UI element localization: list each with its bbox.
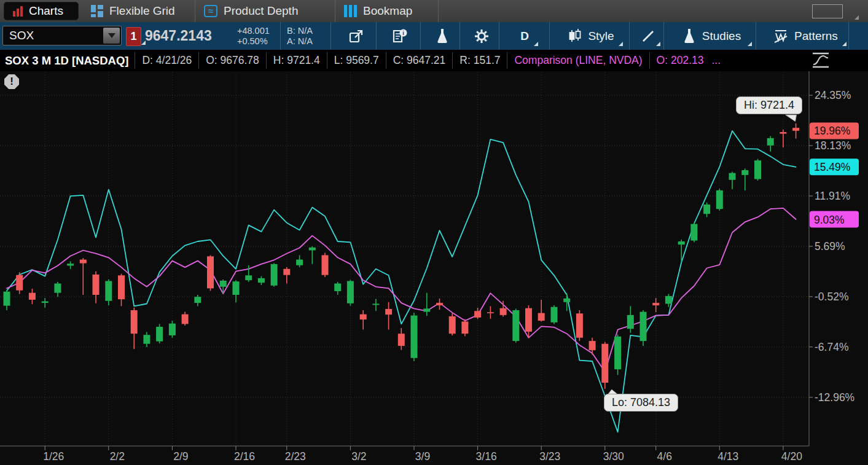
hi-annotation-bubble: Hi: 9721.4 xyxy=(736,96,802,114)
comparison-label[interactable]: Comparison (LINE, NVDA) xyxy=(507,52,649,69)
candle[interactable] xyxy=(792,128,799,131)
candle[interactable] xyxy=(601,344,608,383)
candle[interactable] xyxy=(487,312,494,313)
candle[interactable] xyxy=(29,293,36,300)
candle[interactable] xyxy=(220,281,227,287)
quick-study-button[interactable] xyxy=(429,22,456,50)
patterns-button[interactable]: Patterns xyxy=(762,22,849,50)
candle[interactable] xyxy=(589,341,596,350)
gear-icon xyxy=(474,28,490,44)
candle[interactable] xyxy=(54,284,61,293)
candle[interactable] xyxy=(360,315,367,320)
y-axis-label: -0.52% xyxy=(815,291,848,303)
settings-button[interactable] xyxy=(467,22,496,50)
bid-ask: B: N/A A: N/A xyxy=(287,26,313,47)
symbol-dropdown-button[interactable] xyxy=(103,28,120,44)
candle[interactable] xyxy=(207,256,214,288)
candle[interactable] xyxy=(449,316,456,334)
style-button[interactable]: Style xyxy=(557,22,625,50)
candle[interactable] xyxy=(372,304,379,305)
candle[interactable] xyxy=(512,310,519,341)
candle[interactable] xyxy=(729,173,736,180)
candle[interactable] xyxy=(652,303,659,305)
candle[interactable] xyxy=(118,275,125,299)
candle[interactable] xyxy=(309,248,316,251)
studies-button[interactable]: Studies xyxy=(668,22,754,50)
candle[interactable] xyxy=(500,308,507,315)
candle[interactable] xyxy=(690,224,697,241)
drawings-button[interactable] xyxy=(634,22,662,50)
tab-product-depth[interactable]: ≈ Product Depth xyxy=(195,0,335,22)
tab-label: Bookmap xyxy=(363,4,412,18)
tab-charts[interactable]: Charts xyxy=(4,2,79,20)
candle[interactable] xyxy=(754,160,761,179)
candle[interactable] xyxy=(271,264,278,286)
candle[interactable] xyxy=(423,308,430,311)
y-axis-label: 18.13% xyxy=(815,139,851,152)
candle[interactable] xyxy=(156,327,163,342)
candle[interactable] xyxy=(131,310,138,334)
tab-bookmap[interactable]: Bookmap xyxy=(335,0,439,22)
candle[interactable] xyxy=(296,260,303,265)
alerts-badge[interactable]: 1 xyxy=(126,27,141,46)
x-axis-label: 2/16 xyxy=(234,450,255,463)
candle[interactable] xyxy=(80,260,87,264)
candle[interactable] xyxy=(258,278,265,283)
columns-icon xyxy=(344,5,357,17)
candle[interactable] xyxy=(16,275,23,291)
candle[interactable] xyxy=(143,335,150,344)
candle[interactable] xyxy=(334,284,341,292)
dropdown-corner-icon xyxy=(619,42,623,46)
candle[interactable] xyxy=(551,307,558,322)
candle[interactable] xyxy=(347,281,354,303)
change-percent: +0.50% xyxy=(237,36,270,47)
candle[interactable] xyxy=(665,296,672,304)
candle[interactable] xyxy=(461,321,468,334)
candle[interactable] xyxy=(474,311,481,318)
candle[interactable] xyxy=(538,313,545,321)
candle[interactable] xyxy=(93,275,100,295)
alerts-count: 1 xyxy=(130,30,136,43)
candle[interactable] xyxy=(563,299,570,302)
candle[interactable] xyxy=(627,315,634,329)
candle[interactable] xyxy=(182,315,189,324)
candle[interactable] xyxy=(703,205,710,214)
candle[interactable] xyxy=(385,309,392,315)
bar-chart-icon xyxy=(13,6,23,17)
candle[interactable] xyxy=(780,132,786,134)
candle[interactable] xyxy=(4,292,10,306)
candle[interactable] xyxy=(42,302,49,303)
candle[interactable] xyxy=(525,308,532,332)
dropdown-corner-icon[interactable] xyxy=(854,15,859,20)
candle[interactable] xyxy=(322,255,329,275)
candle[interactable] xyxy=(640,312,647,341)
candle[interactable] xyxy=(67,264,74,265)
candle[interactable] xyxy=(767,138,774,146)
patterns-label: Patterns xyxy=(794,29,838,43)
scale-toggle-button[interactable] xyxy=(811,52,831,72)
comparison-more[interactable]: ... xyxy=(710,54,721,67)
candle[interactable] xyxy=(169,324,176,335)
detached-window-box[interactable] xyxy=(812,4,843,18)
candle[interactable] xyxy=(614,337,621,369)
tab-flexible-grid[interactable]: Flexible Grid xyxy=(82,0,195,22)
candle[interactable] xyxy=(678,241,685,244)
share-button[interactable] xyxy=(342,22,371,50)
candle[interactable] xyxy=(283,269,290,275)
candle[interactable] xyxy=(233,281,240,295)
candle[interactable] xyxy=(411,316,418,358)
candle[interactable] xyxy=(194,297,201,303)
candle[interactable] xyxy=(436,303,443,305)
candle[interactable] xyxy=(245,275,252,280)
candle[interactable] xyxy=(576,313,583,338)
news-button[interactable]: i xyxy=(385,22,414,50)
candle[interactable] xyxy=(716,190,723,209)
grid-icon xyxy=(91,5,103,17)
x-axis-label: 3/30 xyxy=(603,450,624,463)
share-icon xyxy=(348,28,364,44)
candle[interactable] xyxy=(105,281,112,301)
candle[interactable] xyxy=(741,170,748,175)
candle[interactable] xyxy=(398,334,405,346)
timeframe-button[interactable]: D xyxy=(509,22,541,50)
symbol-input[interactable]: SOX xyxy=(2,26,122,45)
